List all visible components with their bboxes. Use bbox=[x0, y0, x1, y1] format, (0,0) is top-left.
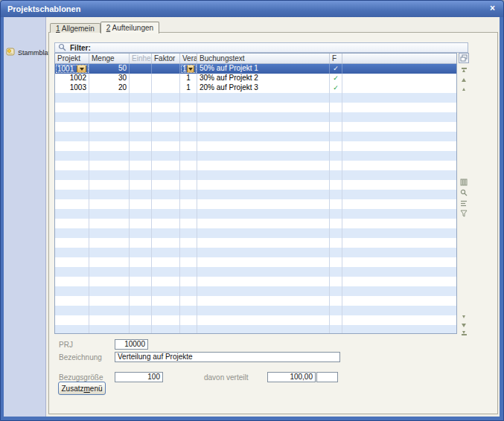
cell-projekt[interactable] bbox=[55, 296, 89, 306]
cell-buchungstext[interactable] bbox=[197, 219, 330, 228]
cell-einheit[interactable] bbox=[130, 219, 152, 228]
cell-f[interactable] bbox=[330, 151, 342, 161]
scroll-to-bottom-button[interactable] bbox=[459, 330, 469, 337]
cell-buchungstext[interactable] bbox=[197, 170, 330, 180]
dropdown-button[interactable] bbox=[187, 65, 194, 73]
cell-vera[interactable] bbox=[180, 132, 197, 141]
grid-row-empty[interactable] bbox=[55, 315, 456, 325]
columns-icon[interactable] bbox=[459, 178, 468, 187]
cell-projekt[interactable] bbox=[55, 170, 89, 180]
cell-einheit[interactable] bbox=[130, 74, 152, 83]
sidebar-item-stammblatt[interactable]: Stammblatt bbox=[6, 47, 45, 58]
cell-menge[interactable] bbox=[89, 228, 130, 238]
cell-f[interactable] bbox=[330, 325, 342, 333]
grid-row-empty[interactable] bbox=[55, 306, 456, 315]
cell-projekt[interactable] bbox=[55, 219, 89, 228]
cell-einheit[interactable] bbox=[130, 93, 152, 103]
cell-faktor[interactable] bbox=[152, 132, 180, 141]
cell-menge[interactable] bbox=[89, 219, 130, 228]
cell-projekt[interactable] bbox=[55, 151, 89, 161]
cell-menge[interactable] bbox=[89, 257, 130, 267]
cell-projekt[interactable]: 1001 bbox=[55, 64, 89, 74]
cell-buchungstext[interactable]: 50% auf Projekt 1 bbox=[197, 64, 330, 74]
grid-row-empty[interactable] bbox=[55, 238, 456, 248]
column-header-projekt[interactable]: Projekt bbox=[55, 54, 89, 63]
cell-faktor[interactable] bbox=[152, 93, 180, 103]
cell-vera[interactable] bbox=[180, 161, 197, 170]
cell-buchungstext[interactable] bbox=[197, 325, 330, 333]
cell-menge[interactable] bbox=[89, 306, 130, 315]
cell-buchungstext[interactable] bbox=[197, 103, 330, 112]
cell-einheit[interactable] bbox=[130, 103, 152, 112]
cell-f[interactable] bbox=[330, 180, 342, 190]
cell-buchungstext[interactable] bbox=[197, 141, 330, 151]
cell-f[interactable] bbox=[330, 141, 342, 151]
cell-menge[interactable] bbox=[89, 93, 130, 103]
cell-vera[interactable] bbox=[180, 267, 197, 277]
close-icon[interactable]: × bbox=[490, 1, 495, 17]
cell-faktor[interactable] bbox=[152, 83, 180, 93]
cell-f[interactable] bbox=[330, 306, 342, 315]
cell-faktor[interactable] bbox=[152, 141, 180, 151]
filter-bar[interactable]: Filter: bbox=[54, 42, 468, 53]
cell-buchungstext[interactable] bbox=[197, 286, 330, 296]
cell-buchungstext[interactable]: 30% auf Projekt 2 bbox=[197, 74, 330, 83]
cell-projekt[interactable] bbox=[55, 267, 89, 277]
cell-f[interactable]: ✓ bbox=[330, 83, 342, 93]
scroll-to-top-button[interactable] bbox=[459, 66, 469, 74]
cell-f[interactable] bbox=[330, 315, 342, 325]
cell-einheit[interactable] bbox=[130, 112, 152, 122]
cell-f[interactable] bbox=[330, 122, 342, 132]
grid-row-empty[interactable] bbox=[55, 122, 456, 132]
cell-menge[interactable]: 30 bbox=[89, 74, 130, 83]
cell-faktor[interactable] bbox=[152, 238, 180, 248]
cell-einheit[interactable] bbox=[130, 64, 152, 74]
cell-einheit[interactable] bbox=[130, 296, 152, 306]
cell-buchungstext[interactable] bbox=[197, 228, 330, 238]
cell-f[interactable] bbox=[330, 199, 342, 209]
cell-einheit[interactable] bbox=[130, 306, 152, 315]
cell-menge[interactable] bbox=[89, 103, 130, 112]
cell-projekt[interactable] bbox=[55, 132, 89, 141]
cell-f[interactable] bbox=[330, 132, 342, 141]
grid-row-empty[interactable] bbox=[55, 103, 456, 112]
cell-faktor[interactable] bbox=[152, 209, 180, 219]
column-header-f[interactable]: F bbox=[330, 54, 342, 63]
cell-projekt[interactable] bbox=[55, 209, 89, 219]
cell-faktor[interactable] bbox=[152, 103, 180, 112]
cell-vera[interactable] bbox=[180, 248, 197, 257]
cell-f[interactable] bbox=[330, 277, 342, 286]
cell-buchungstext[interactable] bbox=[197, 190, 330, 199]
cell-projekt[interactable] bbox=[55, 248, 89, 257]
cell-f[interactable] bbox=[330, 112, 342, 122]
cell-buchungstext[interactable]: 20% auf Projekt 3 bbox=[197, 83, 330, 93]
column-header-einheit[interactable]: Einheit bbox=[130, 54, 152, 63]
cell-menge[interactable] bbox=[89, 170, 130, 180]
cell-buchungstext[interactable] bbox=[197, 151, 330, 161]
cell-vera[interactable]: 1 bbox=[180, 64, 197, 74]
cell-projekt[interactable] bbox=[55, 190, 89, 199]
cell-einheit[interactable] bbox=[130, 190, 152, 199]
grid-row-empty[interactable] bbox=[55, 151, 456, 161]
cell-projekt[interactable] bbox=[55, 277, 89, 286]
grid-row-1001[interactable]: 100150150% auf Projekt 1✓ bbox=[55, 64, 456, 74]
column-header-buchungstext[interactable]: Buchungstext bbox=[197, 54, 330, 63]
cell-f[interactable]: ✓ bbox=[330, 64, 342, 74]
grid-row-empty[interactable] bbox=[55, 199, 456, 209]
cell-projekt[interactable] bbox=[55, 238, 89, 248]
cell-einheit[interactable] bbox=[130, 122, 152, 132]
cell-einheit[interactable] bbox=[130, 267, 152, 277]
cell-einheit[interactable] bbox=[130, 170, 152, 180]
cell-menge[interactable] bbox=[89, 296, 130, 306]
grid-row-empty[interactable] bbox=[55, 170, 456, 180]
cell-vera[interactable] bbox=[180, 190, 197, 199]
cell-vera[interactable] bbox=[180, 286, 197, 296]
cell-einheit[interactable] bbox=[130, 325, 152, 333]
cell-f[interactable] bbox=[330, 93, 342, 103]
filter-check-icon[interactable] bbox=[459, 209, 468, 218]
grid-row-empty[interactable] bbox=[55, 267, 456, 277]
cell-vera[interactable] bbox=[180, 277, 197, 286]
cell-menge[interactable] bbox=[89, 277, 130, 286]
cell-einheit[interactable] bbox=[130, 151, 152, 161]
grid-row-empty[interactable] bbox=[55, 190, 456, 199]
